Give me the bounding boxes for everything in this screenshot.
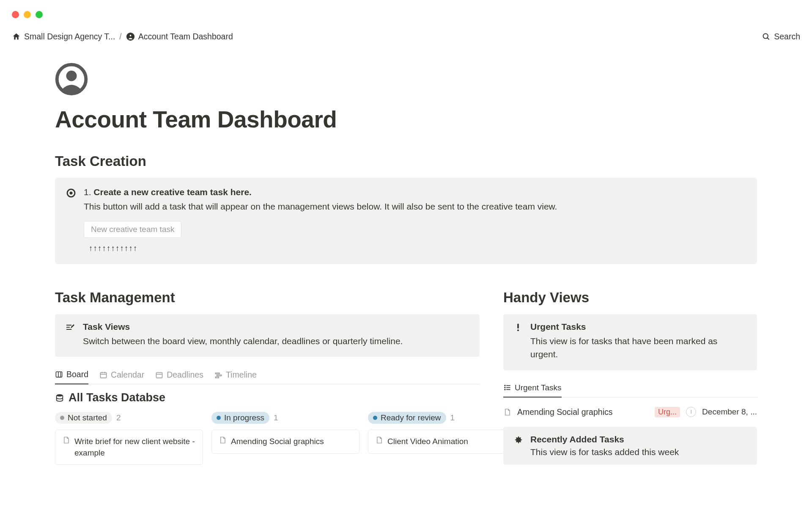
view-tabs: Board Calendar Deadlines Timeline [55, 366, 480, 384]
page-content: Account Team Dashboard Task Creation 1. … [0, 41, 812, 465]
urgent-row-title: Amending Social graphics [517, 407, 649, 417]
urgent-task-row[interactable]: Amending Social graphics Urg... I Decemb… [503, 403, 757, 421]
tab-timeline-label: Timeline [226, 370, 257, 380]
svg-rect-8 [56, 372, 62, 377]
breadcrumb: Small Design Agency T... / Account Team … [12, 32, 233, 41]
tab-board[interactable]: Board [55, 366, 88, 384]
database-title: All Tasks Databse [69, 391, 165, 404]
board-card[interactable]: Client Video Animation [368, 430, 516, 454]
list-tab-label: Urgent Tasks [515, 383, 562, 392]
card-title: Write brief for new client website - exa… [74, 436, 196, 458]
breadcrumb-separator: / [119, 32, 121, 41]
home-icon [12, 32, 21, 41]
urgent-date: December 8, ... [702, 407, 757, 417]
breadcrumb-item-current[interactable]: Account Team Dashboard [126, 32, 233, 41]
page-title: Account Team Dashboard [55, 106, 757, 133]
search-button[interactable]: Search [762, 32, 800, 41]
exclamation-icon [513, 322, 523, 361]
callout-title-text: Create a new creative team task here. [93, 187, 252, 197]
status-pill-in-progress[interactable]: In progress [211, 412, 269, 424]
search-label: Search [774, 32, 800, 41]
task-views-title: Task Views [83, 322, 469, 332]
callout-title-prefix: 1. [84, 187, 93, 197]
task-creation-callout: 1. Create a new creative team task here.… [55, 178, 757, 264]
window-traffic-lights [0, 0, 812, 18]
task-views-callout: Task Views Switch between the board view… [55, 314, 480, 357]
pencil-edit-icon [65, 322, 75, 348]
card-title: Client Video Animation [387, 436, 468, 447]
card-title: Amending Social graphics [231, 436, 324, 447]
tab-deadlines[interactable]: Deadlines [155, 366, 203, 384]
handy-views-heading: Handy Views [503, 290, 757, 306]
svg-line-3 [768, 38, 769, 39]
board-card[interactable]: Write brief for new client website - exa… [55, 430, 203, 465]
svg-point-27 [505, 389, 505, 390]
calendar-icon [99, 371, 107, 379]
page-icon [503, 408, 511, 416]
urgent-tasks-title: Urgent Tasks [530, 322, 747, 332]
board-icon [55, 370, 63, 378]
recently-added-callout: Recently Added Tasks This view is for ta… [503, 427, 757, 465]
svg-rect-11 [100, 372, 106, 378]
svg-rect-18 [217, 375, 221, 375]
callout-description: This button will add a task that will ap… [84, 200, 746, 213]
task-views-desc: Switch between the board view, monthly c… [83, 334, 469, 348]
svg-point-7 [70, 192, 73, 195]
svg-point-5 [66, 71, 77, 81]
task-creation-heading: Task Creation [55, 153, 757, 169]
svg-point-22 [517, 329, 519, 331]
list-tab-urgent[interactable]: Urgent Tasks [503, 380, 562, 398]
svg-rect-15 [156, 372, 162, 378]
window-close-button[interactable] [12, 11, 19, 18]
urgent-badge: Urg... [655, 407, 680, 417]
svg-point-25 [505, 387, 505, 388]
page-icon [219, 436, 227, 444]
callout-title: 1. Create a new creative team task here. [84, 187, 746, 197]
board-column-in-progress: In progress 1 Amending Social graphics [211, 412, 359, 465]
board-card[interactable]: Amending Social graphics [211, 430, 359, 454]
calendar-icon [155, 371, 163, 379]
tab-timeline[interactable]: Timeline [214, 366, 257, 384]
status-pill-ready[interactable]: Ready for review [368, 412, 446, 424]
database-title-row[interactable]: All Tasks Databse [55, 391, 480, 404]
status-label: In progress [224, 413, 264, 422]
svg-point-1 [129, 34, 132, 37]
urgent-tasks-desc: This view is for tasks that have been ma… [530, 334, 747, 361]
board-count: 1 [274, 413, 278, 422]
page-icon [62, 436, 70, 444]
callout-arrows: ↑↑↑↑↑↑↑↑↑↑↑ [89, 244, 746, 253]
page-icon [375, 436, 383, 444]
urgent-tasks-callout: Urgent Tasks This view is for tasks that… [503, 314, 757, 370]
person-circle-icon [126, 32, 135, 41]
page-icon[interactable] [55, 63, 88, 96]
burst-icon [513, 434, 524, 457]
assignee-avatar: I [686, 407, 696, 417]
search-icon [762, 32, 771, 41]
status-label: Not started [68, 413, 107, 422]
board-column-ready: Ready for review 1 Client Video Animatio… [368, 412, 516, 465]
tab-calendar-label: Calendar [111, 370, 144, 380]
new-creative-task-button[interactable]: New creative team task [84, 221, 181, 238]
timeline-icon [214, 371, 222, 379]
svg-point-23 [505, 385, 505, 386]
svg-rect-19 [215, 377, 219, 378]
handy-views-column: Handy Views Urgent Tasks This view is fo… [503, 290, 757, 465]
tab-calendar[interactable]: Calendar [99, 366, 144, 384]
board-column-not-started: Not started 2 Write brief for new client… [55, 412, 203, 465]
topbar: Small Design Agency T... / Account Team … [0, 18, 812, 41]
window-minimize-button[interactable] [24, 11, 31, 18]
recently-added-desc: This view is for tasks added this week [530, 447, 679, 457]
task-management-heading: Task Management [55, 290, 480, 306]
list-icon [503, 384, 511, 392]
list-tabs: Urgent Tasks [503, 380, 757, 398]
window-maximize-button[interactable] [36, 11, 43, 18]
status-label: Ready for review [381, 413, 441, 422]
board: Not started 2 Write brief for new client… [55, 412, 480, 465]
status-pill-not-started[interactable]: Not started [55, 412, 112, 424]
columns: Task Management Task Views Switch betwee… [55, 290, 757, 465]
breadcrumb-root-label: Small Design Agency T... [24, 32, 115, 41]
breadcrumb-item-root[interactable]: Small Design Agency T... [12, 32, 115, 41]
tab-deadlines-label: Deadlines [167, 370, 203, 380]
database-icon [55, 393, 64, 403]
task-management-column: Task Management Task Views Switch betwee… [55, 290, 480, 465]
